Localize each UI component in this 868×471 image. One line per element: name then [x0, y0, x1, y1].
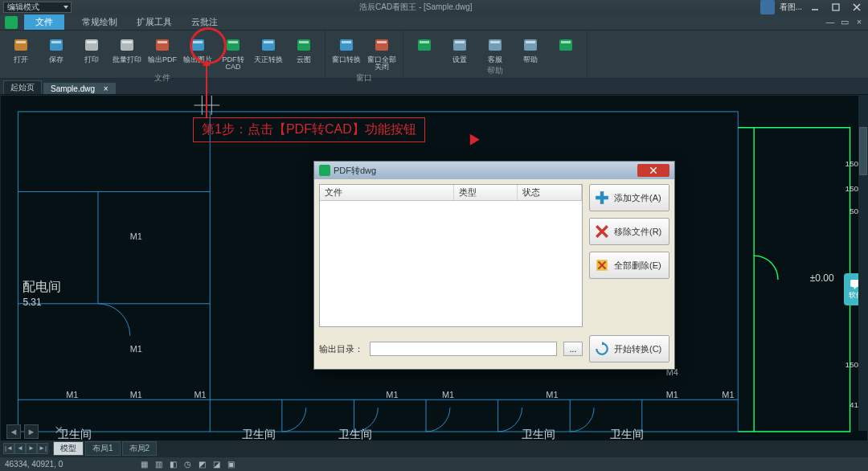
doc-minimize-button[interactable]: —	[825, 17, 836, 27]
ribbon-group-文件: 打开保存打印批量打印输出PDF输出图片PDF转CAD天正转换云图文件	[0, 31, 326, 78]
svg-text:5.31: 5.31	[23, 297, 42, 308]
output-dir-label: 输出目录：	[319, 343, 363, 355]
svg-text:M1: M1	[194, 390, 206, 399]
col-status[interactable]: 状态	[518, 185, 582, 200]
svg-rect-5	[16, 41, 26, 43]
winswitch-icon	[337, 35, 356, 55]
service-icon	[485, 35, 505, 55]
svg-rect-11	[122, 41, 132, 43]
tianzheng-icon	[259, 35, 278, 55]
ribbon-group-窗口: 窗口转换窗口全部关闭窗口	[326, 31, 403, 78]
ribbon-more-button[interactable]	[550, 34, 582, 56]
app-icon	[5, 16, 18, 29]
nav-left-icon[interactable]: ◄	[6, 424, 21, 439]
ribbon-service-button[interactable]: 客服	[479, 34, 511, 63]
tab-nav-prev[interactable]: ◄	[14, 443, 26, 454]
menu-draw[interactable]: 常规绘制	[72, 16, 127, 28]
ribbon-exportpdf-button[interactable]: 输出PDF	[146, 34, 178, 63]
ribbon-settings-button[interactable]: 设置	[444, 34, 476, 63]
ribbon-print-button[interactable]: 打印	[76, 34, 108, 63]
mode-select-text: 编辑模式	[7, 2, 39, 13]
layout-tabs: |◄ ◄ ► ►| 模型 布局1 布局2	[0, 440, 868, 457]
output-dir-input[interactable]	[370, 342, 557, 356]
grid-icon[interactable]: ▥	[153, 459, 164, 470]
ribbon-tianzheng-button[interactable]: 天正转换	[252, 34, 285, 63]
svg-rect-15	[193, 41, 203, 43]
snap-icon[interactable]: ▦	[138, 459, 149, 470]
close-button[interactable]	[849, 2, 865, 13]
svg-text:配电间: 配电间	[23, 280, 61, 293]
clear-all-button[interactable]: 全部删除(E)	[589, 252, 669, 279]
dialog-app-icon	[319, 165, 330, 176]
ribbon-open-button[interactable]: 打开	[5, 34, 37, 63]
remove-file-button[interactable]: 移除文件(R)	[589, 218, 669, 245]
panel-close-icon[interactable]: ×	[55, 422, 63, 439]
tab-nav-last[interactable]: ►|	[37, 443, 48, 454]
print-icon	[82, 35, 101, 55]
layout-tab-model[interactable]: 模型	[53, 441, 84, 456]
file-list-table[interactable]: 文件 类型 状态	[319, 184, 583, 327]
svg-text:M1: M1	[722, 390, 734, 399]
track-icon[interactable]: ◪	[211, 459, 222, 470]
dynamic-icon[interactable]: ▣	[225, 459, 236, 470]
svg-rect-7	[51, 41, 61, 43]
mode-select[interactable]: 编辑模式	[3, 2, 72, 13]
svg-text:卫生间: 卫生间	[610, 428, 644, 440]
start-convert-button[interactable]: 开始转换(C)	[589, 335, 669, 362]
ribbon-batchprint-button[interactable]: 批量打印	[111, 34, 143, 63]
ribbon-group-帮助: 设置客服帮助帮助	[403, 31, 588, 78]
ribbon-cloud-button[interactable]: 云图	[288, 34, 320, 63]
user-name[interactable]: 看图...	[780, 2, 802, 13]
svg-rect-19	[264, 41, 273, 43]
svg-text:M1: M1	[130, 231, 142, 241]
avatar[interactable]	[760, 0, 775, 14]
browse-button[interactable]: ...	[563, 342, 583, 356]
dialog-title-bar[interactable]: PDF转dwg	[314, 162, 674, 179]
col-type[interactable]: 类型	[454, 185, 518, 200]
menu-file[interactable]: 文件	[24, 14, 64, 30]
ribbon-save-button[interactable]: 保存	[40, 34, 72, 63]
exportpdf-icon	[153, 35, 172, 55]
exportimg-icon	[188, 35, 207, 55]
minimize-button[interactable]	[807, 2, 823, 13]
svg-rect-29	[455, 41, 465, 43]
doc-restore-button[interactable]: ▭	[839, 17, 850, 27]
layout-tab-2[interactable]: 布局2	[122, 441, 158, 456]
add-file-button[interactable]: 添加文件(A)	[589, 184, 669, 211]
help-icon	[521, 35, 540, 55]
polar-icon[interactable]: ◷	[182, 459, 193, 470]
ribbon-closeall-button[interactable]: 窗口全部关闭	[366, 34, 398, 71]
ribbon-pause-button[interactable]	[408, 34, 440, 56]
menu-tools[interactable]: 扩展工具	[127, 16, 182, 28]
app-title: 浩辰CAD看图王 - [Sample.dwg]	[72, 2, 760, 13]
svg-marker-89	[854, 287, 857, 289]
tab-nav-next[interactable]: ►	[26, 443, 37, 454]
vertical-scrollbar[interactable]	[858, 95, 868, 431]
cloud-icon	[294, 35, 313, 55]
svg-rect-31	[490, 41, 500, 43]
layout-tab-1[interactable]: 布局1	[85, 441, 121, 456]
settings-icon	[450, 35, 469, 55]
col-file[interactable]: 文件	[320, 185, 454, 200]
annotation-text: 第1步：点击【PDF转CAD】功能按钮	[193, 117, 425, 142]
svg-text:M1: M1	[546, 390, 558, 399]
ribbon-help-button[interactable]: 帮助	[514, 34, 547, 63]
ribbon-pdf2cad-button[interactable]: PDF转CAD	[217, 34, 249, 71]
osnap-icon[interactable]: ◩	[196, 459, 207, 470]
svg-text:卫生间: 卫生间	[522, 428, 555, 440]
tab-nav-first[interactable]: |◄	[3, 443, 14, 454]
svg-rect-33	[526, 41, 535, 43]
dialog-close-button[interactable]	[637, 164, 669, 177]
menu-cloud-annot[interactable]: 云批注	[182, 16, 227, 28]
closeall-icon	[372, 35, 391, 55]
ribbon-winswitch-button[interactable]: 窗口转换	[330, 34, 362, 63]
save-icon	[47, 35, 66, 55]
menu-bar: 文件 常规绘制 扩展工具 云批注 — ▭ ×	[0, 14, 868, 31]
doc-close-button[interactable]: ×	[854, 17, 865, 27]
ortho-icon[interactable]: ◧	[167, 459, 178, 470]
nav-right-icon[interactable]: ►	[24, 424, 39, 439]
status-bar: 46334, 40921, 0 ▦ ▥ ◧ ◷ ◩ ◪ ▣	[0, 457, 868, 471]
x-icon	[595, 224, 609, 239]
maximize-button[interactable]	[828, 2, 844, 13]
chevron-down-icon	[63, 6, 68, 9]
